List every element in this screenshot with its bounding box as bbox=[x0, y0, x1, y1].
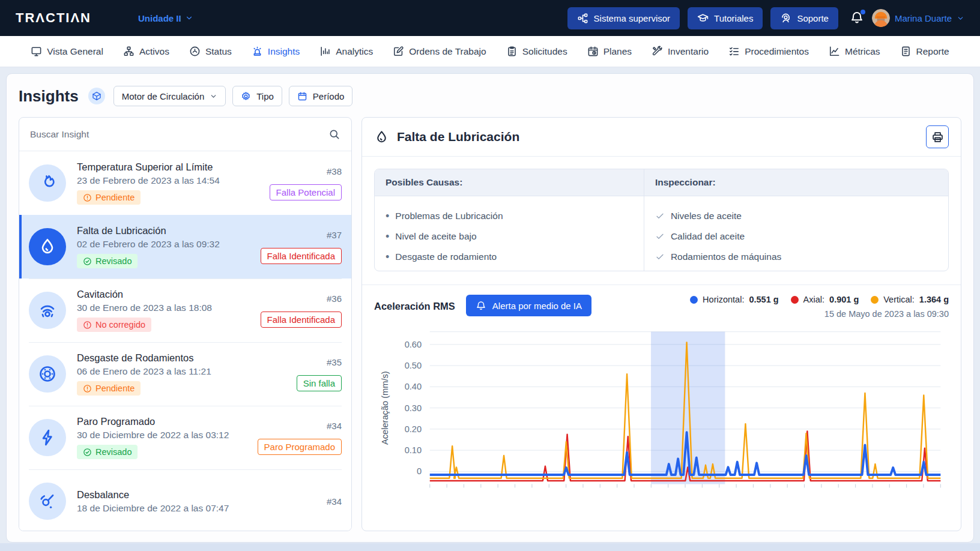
page-body: Insights Motor de Circulación Tipo Perío… bbox=[0, 67, 980, 551]
insight-title: Paro Programado bbox=[77, 416, 247, 427]
tab-inventario[interactable]: Inventario bbox=[652, 46, 709, 57]
check-circle-icon bbox=[83, 257, 92, 266]
legend-item-horizontal[interactable]: Horizontal:0.551 g bbox=[690, 295, 778, 304]
user-name: Marina Duarte bbox=[895, 13, 952, 23]
legend-label: Horizontal: bbox=[703, 295, 744, 304]
legend-value: 0.551 g bbox=[749, 295, 778, 304]
insight-list-item[interactable]: Cavitación30 de Enero de 2023 a las 18:0… bbox=[19, 279, 351, 342]
siren-icon bbox=[252, 46, 263, 57]
cause-item: •Nivel de aceite bajo bbox=[386, 231, 633, 242]
type-filter-label: Tipo bbox=[256, 91, 274, 101]
insight-list-item[interactable]: Desgaste de Rodamientos06 de Enero de 20… bbox=[19, 342, 351, 406]
tab-ordens-de-trabajo[interactable]: Ordens de Trabajo bbox=[393, 46, 486, 57]
svg-text:0: 0 bbox=[417, 466, 422, 476]
monitor-icon bbox=[31, 46, 42, 57]
period-filter-button[interactable]: Período bbox=[289, 86, 353, 106]
soporte-button[interactable]: Soporte bbox=[770, 7, 838, 29]
print-button[interactable] bbox=[926, 125, 949, 148]
insight-list-item[interactable]: Paro Programado30 de Diciembre de 2022 a… bbox=[19, 406, 351, 469]
droplet-outline-icon bbox=[374, 130, 389, 145]
check-circle-icon bbox=[83, 448, 92, 457]
status-badge: Revisado bbox=[77, 445, 138, 459]
tab-analytics[interactable]: Analytics bbox=[319, 46, 373, 57]
svg-text:0.20: 0.20 bbox=[405, 424, 422, 434]
inspect-item: Niveles de aceite bbox=[655, 211, 937, 221]
inspect-item: Rodamientos de máquinas bbox=[655, 251, 937, 262]
page-bottom-strip bbox=[0, 543, 980, 551]
causes-table: Posibles Causas: Inspeccionar: •Problema… bbox=[374, 169, 949, 271]
tutoriales-label: Tutoriales bbox=[714, 13, 753, 23]
svg-text:Aceleração (mm/s): Aceleração (mm/s) bbox=[380, 371, 390, 445]
tab-procedimientos[interactable]: Procedimientos bbox=[728, 46, 809, 57]
inspect-item: Calidad del aceite bbox=[655, 231, 937, 242]
legend-item-vertical[interactable]: Vertical:1.364 g bbox=[871, 295, 949, 304]
unit-selector-label: Unidade II bbox=[138, 13, 181, 23]
cube-icon bbox=[92, 91, 101, 101]
insight-number: #38 bbox=[327, 166, 342, 176]
insight-icon-circle bbox=[29, 355, 66, 393]
insight-date: 02 de Febrero de 2023 a las 09:32 bbox=[77, 239, 250, 250]
graduation-cap-icon bbox=[697, 13, 709, 24]
type-filter-button[interactable]: Tipo bbox=[232, 86, 282, 106]
insight-list-panel: Temperatura Superior al Límite23 de Febr… bbox=[19, 117, 352, 531]
tab-label: Ordens de Trabajo bbox=[409, 46, 486, 57]
tab-insights[interactable]: Insights bbox=[252, 46, 300, 57]
legend-dot bbox=[690, 296, 698, 304]
tab-planes[interactable]: Planes bbox=[587, 46, 632, 57]
legend-item-axial[interactable]: Axial:0.901 g bbox=[791, 295, 859, 304]
report-icon bbox=[900, 46, 912, 57]
tab-m-tricas[interactable]: Métricas bbox=[829, 46, 880, 57]
legend-value: 0.901 g bbox=[829, 295, 859, 304]
tab-solicitudes[interactable]: Solicitudes bbox=[506, 46, 567, 57]
chart-timestamp: 15 de Mayo de 2023 a las 09:30 bbox=[824, 309, 949, 319]
unit-selector[interactable]: Unidade II bbox=[138, 13, 193, 23]
insight-list-item[interactable]: Desbalance18 de Diciembre de 2022 a las … bbox=[19, 469, 351, 531]
clipboard-icon bbox=[506, 46, 518, 57]
fault-tag-badge: Paro Programado bbox=[258, 439, 342, 455]
insight-title: Desgaste de Rodamientos bbox=[77, 352, 286, 364]
check-icon bbox=[655, 232, 665, 241]
metrics-icon bbox=[829, 46, 840, 57]
chevron-down-icon bbox=[957, 14, 964, 22]
tab-label: Insights bbox=[268, 46, 300, 57]
status-badge: No corregido bbox=[77, 318, 151, 332]
page-title: Insights bbox=[19, 87, 79, 106]
alert-circle-icon bbox=[83, 193, 92, 202]
tab-label: Activos bbox=[139, 46, 169, 57]
tab-status[interactable]: Status bbox=[189, 46, 232, 57]
gauge-icon bbox=[189, 46, 201, 57]
insight-date: 06 de Enero de 2023 a las 11:21 bbox=[77, 366, 286, 377]
tab-activos[interactable]: Activos bbox=[123, 46, 169, 57]
legend-dot bbox=[791, 296, 799, 304]
insight-date: 18 de Diciembre de 2022 a las 07:47 bbox=[77, 503, 316, 514]
search-icon[interactable] bbox=[328, 128, 340, 140]
calendar-clock-icon bbox=[587, 46, 599, 57]
checklist-icon bbox=[728, 46, 740, 57]
tab-reporte[interactable]: Reporte bbox=[900, 46, 949, 57]
tutoriales-button[interactable]: Tutoriales bbox=[688, 7, 763, 29]
asset-chip[interactable] bbox=[88, 88, 105, 104]
notifications-button[interactable] bbox=[850, 10, 864, 26]
user-menu[interactable]: Marina Duarte bbox=[872, 9, 964, 27]
tab-label: Inventario bbox=[668, 46, 709, 57]
ai-alert-button[interactable]: Alerta por medio de IA bbox=[466, 295, 591, 316]
calendar-icon bbox=[297, 91, 307, 101]
insight-list-item[interactable]: Temperatura Superior al Límite23 de Febr… bbox=[19, 151, 351, 215]
acceleration-rms-chart[interactable]: 00.100.200.300.400.500.60Aceleração (mm/… bbox=[374, 320, 949, 503]
tab-label: Procedimientos bbox=[745, 46, 809, 57]
insight-list: Temperatura Superior al Límite23 de Febr… bbox=[19, 151, 351, 531]
tab-vista-general[interactable]: Vista General bbox=[31, 46, 103, 57]
bullet: • bbox=[386, 211, 389, 221]
cause-item: •Desgaste de rodamiento bbox=[386, 251, 633, 262]
legend-value: 1.364 g bbox=[919, 295, 949, 304]
asset-filter-label: Motor de Circulación bbox=[122, 91, 205, 101]
tab-label: Reporte bbox=[916, 46, 949, 57]
chart-block: Aceleración RMS Alerta por medio de IA H… bbox=[374, 285, 949, 503]
fault-tag-badge: Falla Identificada bbox=[261, 312, 342, 328]
sistema-supervisor-button[interactable]: Sistema supervisor bbox=[567, 7, 680, 29]
asset-filter-dropdown[interactable]: Motor de Circulación bbox=[113, 86, 226, 106]
insight-list-item[interactable]: Falta de Lubricación02 de Febrero de 202… bbox=[19, 215, 351, 279]
search-input[interactable] bbox=[30, 129, 322, 140]
tractian-logo[interactable]: TRΛCTIΛN bbox=[16, 10, 91, 26]
chart-legend: Horizontal:0.551 gAxial:0.901 gVertical:… bbox=[690, 295, 949, 304]
